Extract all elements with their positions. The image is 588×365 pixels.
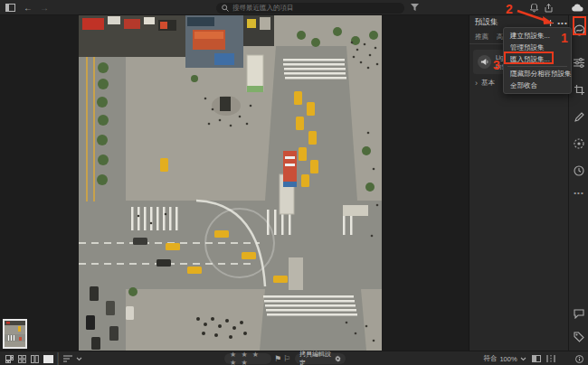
edit-sliders-icon[interactable]: [569, 55, 588, 70]
sort-chevron-down-icon[interactable]: [74, 351, 83, 365]
gear-icon: [335, 355, 341, 362]
zoom-level-value[interactable]: 100%: [498, 351, 518, 365]
menu-item-collapse-all[interactable]: 全部收合: [504, 80, 571, 91]
photo-workspace: [0, 15, 469, 351]
keywords-tag-icon[interactable]: [569, 330, 588, 344]
zoom-chevron-down-icon[interactable]: [518, 351, 527, 365]
filmstrip-thumbnail[interactable]: [3, 319, 27, 349]
top-bar: ← →: [0, 0, 588, 15]
copy-edit-settings-button[interactable]: 拷貝編輯設定: [295, 353, 346, 364]
thumbnail-image: [5, 321, 25, 347]
chevron-right-icon: ›: [475, 79, 478, 88]
copy-edit-settings-label: 拷貝編輯設定: [299, 350, 332, 365]
annotation-box-step1: [573, 16, 586, 35]
pick-flag-icon[interactable]: ⚑: [273, 351, 282, 365]
masking-icon[interactable]: [569, 136, 588, 151]
photo-grid-view-icon[interactable]: [4, 351, 15, 365]
menu-divider: [507, 66, 567, 67]
healing-brush-icon[interactable]: [569, 109, 588, 124]
annotation-number-2: 2: [506, 2, 513, 16]
tab-recommended[interactable]: 推薦: [475, 31, 488, 43]
annotation-number-3: 3: [493, 58, 500, 72]
compare-view-icon[interactable]: [29, 351, 41, 365]
search-input[interactable]: [232, 4, 399, 12]
main-photo[interactable]: [79, 15, 382, 351]
comments-icon[interactable]: [569, 306, 588, 321]
search-icon: [222, 5, 229, 12]
detail-view-icon[interactable]: [42, 351, 55, 365]
fit-label[interactable]: 符合: [483, 351, 498, 365]
annotation-box-step3: [504, 51, 554, 64]
info-icon[interactable]: [573, 351, 585, 365]
aerial-intersection-photo: [79, 15, 382, 351]
reject-flag-icon[interactable]: ⚐: [282, 351, 291, 365]
cloud-sync-icon[interactable]: [569, 0, 585, 15]
panel-toggle-icon[interactable]: [3, 0, 17, 15]
square-grid-view-icon[interactable]: [16, 351, 28, 365]
sort-icon[interactable]: [62, 351, 74, 365]
search-bar[interactable]: [216, 3, 404, 14]
back-arrow-icon[interactable]: ←: [22, 0, 34, 15]
more-tools-button[interactable]: •••: [569, 185, 588, 200]
annotation-arrow-step2: [516, 7, 555, 27]
crop-icon[interactable]: [569, 82, 588, 97]
filter-funnel-icon[interactable]: [408, 0, 421, 15]
menu-item-hide-partially-compatible[interactable]: 隱藏部分相容預設集: [504, 68, 571, 80]
preset-group-label: 基本: [481, 79, 495, 88]
versions-clock-icon[interactable]: [569, 164, 588, 178]
lightroom-window: 預設集 ••• 推薦 高級 您的項目 Lightroom 探索社群下載的預設集 …: [0, 0, 588, 365]
before-after-icon[interactable]: [530, 351, 543, 365]
star-icons: ★ ★ ★ ★ ★: [224, 351, 271, 365]
toolbar-divider: |: [57, 351, 59, 365]
star-rating-control[interactable]: ★ ★ ★ ★ ★: [224, 353, 271, 364]
split-view-icon[interactable]: [545, 351, 557, 365]
annotation-number-1: 1: [561, 31, 568, 45]
preset-group-basic[interactable]: › 基本: [475, 79, 495, 88]
megaphone-icon: [478, 55, 491, 69]
forward-arrow-icon[interactable]: →: [38, 0, 51, 15]
bottom-bar: | ★ ★ ★ ★ ★ ⚑ ⚐ 拷貝編輯設定 符合 100%: [0, 351, 588, 365]
